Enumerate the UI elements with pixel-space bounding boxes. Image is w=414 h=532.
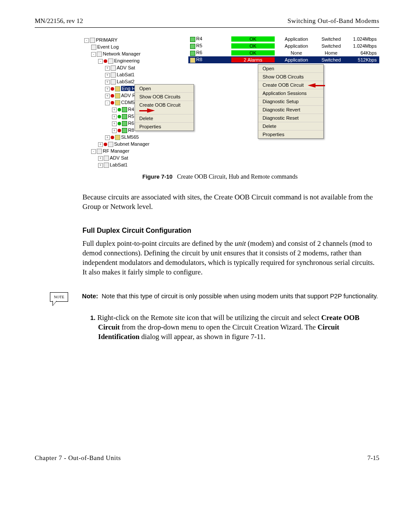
- step-number: 1.: [90, 314, 95, 321]
- menu-show-oob[interactable]: Show OOB Circuits: [135, 93, 194, 101]
- cell-col4: Switched: [316, 43, 346, 49]
- cell-name: R4: [196, 36, 202, 41]
- expand-icon[interactable]: +: [98, 163, 103, 168]
- tree-advsat[interactable]: ADV Sat: [117, 65, 135, 70]
- cell-state: OK: [231, 43, 275, 49]
- cell-col4: Switched: [316, 57, 346, 62]
- tree-advsat2[interactable]: ADV Sat: [110, 155, 128, 160]
- site-icon: [115, 100, 120, 105]
- tree-netmgr[interactable]: Network Manager: [103, 51, 141, 56]
- menu-open[interactable]: Open: [135, 85, 194, 93]
- expand-icon[interactable]: +: [105, 94, 110, 98]
- status-dot-icon: [118, 129, 121, 132]
- expand-icon[interactable]: +: [112, 108, 117, 112]
- status-dot-icon: [111, 87, 114, 91]
- cell-col4: Home: [316, 50, 346, 55]
- expand-icon[interactable]: +: [105, 135, 110, 140]
- collapse-icon[interactable]: -: [98, 59, 103, 64]
- site-icon: [115, 86, 120, 91]
- expand-icon[interactable]: +: [112, 121, 117, 126]
- site-icon: [115, 135, 120, 140]
- network-icon: [97, 52, 102, 57]
- modem-icon: [190, 37, 195, 42]
- antenna-icon: [111, 79, 116, 85]
- tree-eventlog[interactable]: Event Log: [97, 44, 119, 49]
- tree-primary[interactable]: PRIMARY: [96, 37, 118, 42]
- tree-r6[interactable]: R6: [128, 121, 134, 126]
- table-row-selected[interactable]: R8 2 Alarms Application Switched 512Kbps: [188, 56, 379, 63]
- collapse-icon[interactable]: -: [91, 52, 96, 57]
- cell-name: R8: [196, 57, 202, 62]
- menu-diag-setup[interactable]: Diagnostic Setup: [258, 98, 323, 106]
- modem-icon: [122, 114, 127, 119]
- cell-name: R5: [196, 43, 202, 48]
- cell-col5: 512Kbps: [346, 57, 379, 62]
- menu-show-oob[interactable]: Show OOB Circuits: [258, 73, 323, 81]
- status-dot-icon: [111, 101, 114, 104]
- expand-icon[interactable]: +: [105, 73, 110, 78]
- expand-icon[interactable]: +: [105, 80, 110, 85]
- cell-state: 2 Alarms: [231, 57, 275, 62]
- cell-col3: Application: [277, 36, 316, 42]
- expand-icon[interactable]: +: [105, 66, 110, 71]
- cell-col3: Application: [277, 43, 316, 49]
- tree-engineering[interactable]: Engineering: [114, 58, 140, 63]
- expand-icon[interactable]: +: [98, 156, 103, 161]
- tree-slm565[interactable]: SLM565: [121, 134, 139, 140]
- cell-col4: Switched: [316, 36, 346, 42]
- collapse-icon[interactable]: -: [84, 38, 89, 43]
- table-row[interactable]: R5 OK Application Switched 1.024Mbps: [188, 42, 379, 49]
- menu-diag-revert[interactable]: Diagnostic Revert: [258, 106, 323, 114]
- note-bold: Note:: [82, 293, 98, 300]
- paragraph-2: Full duplex point-to-point circuits are …: [82, 239, 379, 277]
- expand-icon[interactable]: +: [112, 128, 117, 133]
- tree-labsat2[interactable]: LabSat2: [117, 79, 135, 84]
- section-heading: Full Duplex Circuit Configuration: [82, 227, 379, 235]
- expand-icon[interactable]: +: [105, 87, 110, 91]
- figure-label: Figure 7-10: [142, 173, 172, 180]
- antenna-icon: [111, 72, 116, 78]
- tree-r4[interactable]: R4: [128, 107, 134, 112]
- header-rule: [35, 27, 379, 28]
- menu-diag-reset[interactable]: Diagnostic Reset: [258, 114, 323, 122]
- cell-col3: None: [277, 50, 316, 55]
- tree-labsat1[interactable]: LabSat1: [117, 72, 135, 77]
- menu-delete[interactable]: Delete: [258, 122, 323, 131]
- footer-right: 7-15: [368, 454, 380, 462]
- menu-create-oob[interactable]: Create OOB Circuit: [135, 101, 194, 114]
- table-row[interactable]: R4 OK Application Switched 1.024Mbps: [188, 36, 379, 42]
- status-dot-icon: [104, 59, 107, 63]
- modem-icon: [190, 51, 195, 56]
- collapse-icon[interactable]: -: [91, 149, 96, 154]
- table-row[interactable]: R6 OK None Home 64Kbps: [188, 49, 379, 56]
- arrow-left-icon: [308, 83, 315, 88]
- alarm-icon: [190, 58, 195, 63]
- menu-properties[interactable]: Properties: [135, 123, 194, 131]
- status-dot-icon: [118, 108, 121, 111]
- figure-text: Create OOB Circuit, Hub and Remote comma…: [177, 173, 298, 180]
- menu-open[interactable]: Open: [258, 65, 323, 73]
- context-menu-right: Open Show OOB Circuits Create OOB Circui…: [258, 64, 324, 139]
- menu-delete[interactable]: Delete: [135, 114, 194, 123]
- figure-screenshot: -PRIMARY Event Log -Network Manager -Eng…: [82, 36, 379, 169]
- tree-r5[interactable]: R5: [128, 114, 134, 119]
- menu-properties[interactable]: Properties: [258, 131, 323, 138]
- tree-labsat1b[interactable]: LabSat1: [110, 162, 128, 167]
- context-menu-left: Open Show OOB Circuits Create OOB Circui…: [135, 84, 194, 131]
- folder-icon: [90, 38, 95, 43]
- arrow-line: [315, 85, 325, 86]
- menu-create-oob[interactable]: Create OOB Circuit: [258, 81, 323, 89]
- modem-icon: [190, 44, 195, 49]
- tree-subnetmgr[interactable]: Subnet Manager: [114, 141, 149, 147]
- expand-icon[interactable]: +: [98, 142, 103, 147]
- cell-col5: 1.024Mbps: [346, 36, 379, 42]
- collapse-icon[interactable]: -: [105, 101, 110, 105]
- cell-col5: 1.024Mbps: [346, 43, 379, 49]
- cell-name: R6: [196, 50, 202, 55]
- status-dot-icon: [118, 122, 121, 125]
- antenna-icon: [111, 65, 116, 71]
- tree-rfmgr[interactable]: RF Manager: [103, 148, 129, 153]
- expand-icon[interactable]: +: [112, 114, 117, 119]
- tree-r8[interactable]: R8: [128, 127, 134, 133]
- menu-app-sessions[interactable]: Application Sessions: [258, 89, 323, 98]
